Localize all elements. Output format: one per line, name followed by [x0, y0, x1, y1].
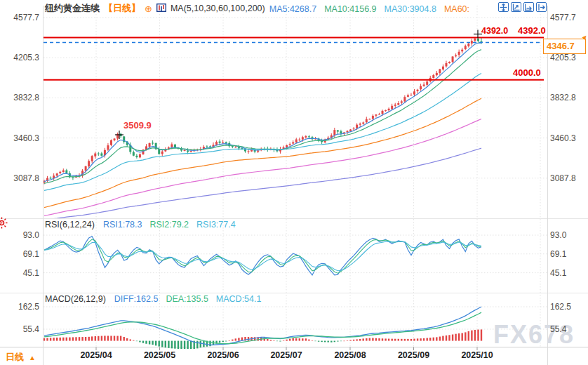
price-axis-label: 4577.7 — [550, 13, 576, 22]
chart-toolbar — [498, 2, 547, 12]
ma-values: MA5:4268.7MA10:4156.9MA30:3904.8MA60: — [269, 4, 477, 14]
scroll-to-latest-icon[interactable] — [536, 2, 547, 12]
rsi-axis-label: 45.1 — [3, 268, 39, 278]
chart-window: 纽约黄金连续 【日线】 ⊕ MA(5,10,30,60,100,200) MA5… — [0, 0, 588, 365]
ma-value: MA10:4156.9 — [324, 4, 376, 14]
kline-chart-icon[interactable] — [156, 4, 166, 14]
macd-values: DIFF:162.5DEA:135.5MACD:54.1 — [114, 294, 269, 304]
ma-value: MA5:4268.7 — [269, 4, 316, 14]
price-axis-label: 4205.3 — [3, 53, 39, 62]
month-label: 2025/08 — [328, 350, 373, 360]
rsi-axis-label: 69.1 — [3, 249, 39, 259]
price-axis-label: 3460.3 — [550, 133, 576, 143]
month-label: 2025/10 — [455, 350, 500, 360]
macd-axis-label: 55.4 — [550, 324, 566, 334]
rsi-value: RSI1:78.3 — [103, 220, 142, 230]
resistance-axis-label: 4392.0 — [518, 25, 546, 36]
ma-lines — [44, 43, 481, 220]
main-pane-header: 纽约黄金连续 【日线】 ⊕ MA(5,10,30,60,100,200) MA5… — [45, 2, 477, 15]
rsi-title[interactable]: RSI(6,12,24) — [45, 220, 95, 230]
macd-series — [44, 307, 482, 350]
rsi-axis-label: 69.1 — [550, 249, 566, 259]
high-annotation: 3509.9 — [123, 120, 152, 131]
macd-pane-header: MACD(26,12,9) DIFF:162.5DEA:135.5MACD:54… — [45, 294, 269, 304]
pane-splitter-icon[interactable] — [0, 217, 8, 232]
macd-value: MACD:54.1 — [216, 294, 262, 304]
price-axis-label: 3832.8 — [3, 93, 39, 102]
ma-settings-label[interactable]: MA(5,10,30,60,100,200) — [171, 4, 265, 13]
chart-canvas[interactable] — [0, 0, 588, 365]
scale-left-axis-icon[interactable] — [511, 2, 521, 12]
rsi-axis-label: 45.1 — [550, 268, 566, 278]
expand-arrow-icon: ▲ — [29, 354, 36, 361]
rsi-value: RSI2:79.2 — [149, 220, 189, 230]
price-axis-label: 3832.8 — [550, 93, 576, 102]
rsi-values: RSI1:78.3RSI2:79.2RSI3:77.4 — [103, 220, 243, 230]
macd-axis-label: 55.4 — [3, 324, 39, 334]
resistance-line-label: 4392.0 — [481, 26, 508, 36]
period-selector[interactable]: 日线 ▲ — [6, 351, 36, 364]
period-tag[interactable]: 【日线】 — [104, 2, 140, 15]
last-price-badge: 4346.7 — [543, 39, 586, 54]
rsi-value: RSI3:77.4 — [196, 220, 236, 230]
macd-title[interactable]: MACD(26,12,9) — [45, 294, 106, 304]
rsi-lines — [44, 237, 481, 275]
price-axis-label: 3460.3 — [3, 133, 39, 143]
month-label: 2025/04 — [74, 350, 119, 360]
month-label: 2025/09 — [392, 350, 436, 360]
month-label: 2025/07 — [264, 350, 309, 360]
period-label: 日线 — [6, 351, 24, 364]
macd-value: DIFF:162.5 — [114, 294, 159, 304]
macd-value: DEA:135.5 — [166, 294, 208, 304]
symbol-name[interactable]: 纽约黄金连续 — [45, 2, 100, 15]
rsi-axis-label: 93.0 — [3, 230, 39, 240]
price-axis-label: 3087.8 — [550, 173, 576, 183]
support-line-label: 4000.0 — [513, 67, 541, 78]
price-axis-label: 4577.7 — [3, 13, 39, 22]
ma-value: MA30:3904.8 — [385, 4, 436, 14]
macd-axis-label: 162.5 — [3, 302, 39, 312]
price-axis-label: 3087.8 — [3, 173, 39, 183]
scale-right-axis-icon[interactable] — [523, 2, 534, 12]
month-label: 2025/06 — [201, 350, 246, 360]
candlestick-series — [44, 37, 483, 185]
pan-tool-icon[interactable] — [498, 2, 509, 12]
price-axis-label: 4205.3 — [550, 53, 576, 62]
add-indicator-icon[interactable]: ⊕ — [145, 4, 152, 13]
rsi-pane-header: RSI(6,12,24) RSI1:78.3RSI2:79.2RSI3:77.4 — [45, 220, 243, 230]
rsi-axis-label: 93.0 — [550, 230, 566, 240]
ma-value: MA60: — [444, 4, 469, 14]
macd-axis-label: 162.5 — [550, 302, 571, 312]
month-label: 2025/05 — [138, 350, 182, 360]
